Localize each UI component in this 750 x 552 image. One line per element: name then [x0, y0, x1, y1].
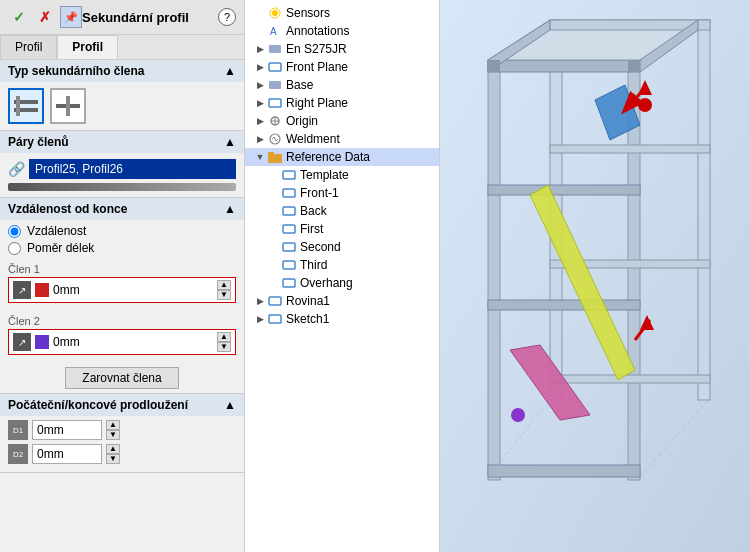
tree-item-11[interactable]: Back	[245, 202, 439, 220]
svg-rect-9	[269, 63, 281, 71]
tree-expand-icon	[253, 6, 267, 20]
tree-item-9[interactable]: Template	[245, 166, 439, 184]
tree-item-12[interactable]: First	[245, 220, 439, 238]
radio-vzdalenost-input[interactable]	[8, 225, 21, 238]
pin-button[interactable]: 📌	[60, 6, 82, 28]
svg-point-5	[272, 10, 278, 16]
tree-item-8[interactable]: ▼Reference Data	[245, 148, 439, 166]
svg-rect-32	[488, 60, 640, 72]
member1-spin: ▲ ▼	[217, 280, 231, 300]
tree-item-5[interactable]: ▶Right Plane	[245, 94, 439, 112]
panel-header: ✓ ✗ 📌 Sekundární profil ?	[0, 0, 244, 35]
svg-rect-24	[283, 279, 295, 287]
tab-profil-1[interactable]: Profil	[0, 35, 57, 59]
svg-rect-23	[283, 261, 295, 269]
pary-section-header[interactable]: Páry členů ▲	[0, 131, 244, 153]
pary-content: 🔗 Profil25, Profil26	[0, 153, 244, 197]
svg-rect-19	[283, 189, 295, 197]
tree-node-label: First	[300, 222, 323, 236]
radio-vzdalenost[interactable]: Vzdálenost	[8, 224, 236, 238]
tree-item-7[interactable]: ▶Weldment	[245, 130, 439, 148]
ext2-up[interactable]: ▲	[106, 444, 120, 454]
ext1-input[interactable]	[32, 420, 102, 440]
tree-item-4[interactable]: ▶Base	[245, 76, 439, 94]
member2-arrow-icon: ↗	[13, 333, 31, 351]
align-button[interactable]: Zarovnat člena	[65, 367, 178, 389]
svg-rect-8	[269, 45, 281, 53]
tree-item-10[interactable]: Front-1	[245, 184, 439, 202]
tab-profil-2[interactable]: Profil	[57, 35, 118, 59]
member2-spin: ▲ ▼	[217, 332, 231, 352]
member1-input[interactable]	[53, 283, 108, 297]
tabs-container: Profil Profil	[0, 35, 244, 60]
tree-item-3[interactable]: ▶Front Plane	[245, 58, 439, 76]
tree-expand-icon	[267, 204, 281, 218]
member1-color	[35, 283, 49, 297]
tree-node-label: Origin	[286, 114, 318, 128]
tree-node-icon	[267, 149, 283, 165]
tree-expand-icon	[267, 258, 281, 272]
radio-pomer[interactable]: Poměr délek	[8, 241, 236, 255]
tree-item-2[interactable]: ▶En S275JR	[245, 40, 439, 58]
tree-item-15[interactable]: Overhang	[245, 274, 439, 292]
svg-rect-56	[628, 60, 640, 72]
member1-row: ↗ ▲ ▼	[8, 277, 236, 303]
extension-section-header[interactable]: Počáteční/koncové prodloužení ▲	[0, 394, 244, 416]
pary-section-label: Páry členů	[8, 135, 69, 149]
tree-item-13[interactable]: Second	[245, 238, 439, 256]
tree-expand-icon: ▶	[253, 42, 267, 56]
tree-expand-icon: ▶	[253, 60, 267, 74]
member2-input[interactable]	[53, 335, 108, 349]
tree-item-1[interactable]: AAnnotations	[245, 22, 439, 40]
tree-node-label: Sketch1	[286, 312, 329, 326]
svg-point-48	[638, 98, 652, 112]
ext1-down[interactable]: ▼	[106, 430, 120, 440]
help-button[interactable]: ?	[218, 8, 236, 26]
ext1-icon: D1	[8, 420, 28, 440]
tree-expand-icon	[267, 240, 281, 254]
ext-content: D1 ▲ ▼ D2 ▲ ▼	[0, 416, 244, 472]
vzdalenost-section-header[interactable]: Vzdálenost od konce ▲	[0, 198, 244, 220]
typ-section-header[interactable]: Typ sekundárního člena ▲	[0, 60, 244, 82]
type-icon-1[interactable]	[8, 88, 44, 124]
member1-down-arrow[interactable]: ▼	[217, 290, 231, 300]
tree-expand-icon	[267, 222, 281, 236]
tree-node-icon	[281, 185, 297, 201]
member1-label: Člen 1	[8, 263, 236, 275]
member2-up-arrow[interactable]: ▲	[217, 332, 231, 342]
tree-node-label: Annotations	[286, 24, 349, 38]
ext2-input[interactable]	[32, 444, 102, 464]
ext2-down[interactable]: ▼	[106, 454, 120, 464]
tree-item-14[interactable]: Third	[245, 256, 439, 274]
svg-rect-31	[698, 20, 710, 400]
extension-chevron-icon: ▲	[224, 398, 236, 412]
tree-node-icon	[267, 77, 283, 93]
typ-chevron-icon: ▲	[224, 64, 236, 78]
svg-rect-11	[269, 99, 281, 107]
viewport	[440, 0, 750, 552]
member2-down-arrow[interactable]: ▼	[217, 342, 231, 352]
ext1-up[interactable]: ▲	[106, 420, 120, 430]
tree-node-icon	[281, 275, 297, 291]
tree-expand-icon	[267, 186, 281, 200]
ok-button[interactable]: ✓	[8, 6, 30, 28]
member1-up-arrow[interactable]: ▲	[217, 280, 231, 290]
tree-node-label: Reference Data	[286, 150, 370, 164]
tree-node-label: Third	[300, 258, 327, 272]
tree-node-label: Template	[300, 168, 349, 182]
extension-section-label: Počáteční/koncové prodloužení	[8, 398, 188, 412]
tree-item-0[interactable]: Sensors	[245, 4, 439, 22]
tree-node-label: Base	[286, 78, 313, 92]
pairs-input[interactable]: Profil25, Profil26	[29, 159, 236, 179]
tree-item-16[interactable]: ▶Rovina1	[245, 292, 439, 310]
tree-node-label: Sensors	[286, 6, 330, 20]
tree-item-6[interactable]: ▶Origin	[245, 112, 439, 130]
cancel-button[interactable]: ✗	[34, 6, 56, 28]
tree-node-label: Overhang	[300, 276, 353, 290]
tree-node-icon	[267, 41, 283, 57]
radio-pomer-input[interactable]	[8, 242, 21, 255]
tree-expand-icon	[253, 24, 267, 38]
svg-rect-55	[488, 60, 500, 72]
tree-item-17[interactable]: ▶Sketch1	[245, 310, 439, 328]
type-icon-2[interactable]	[50, 88, 86, 124]
